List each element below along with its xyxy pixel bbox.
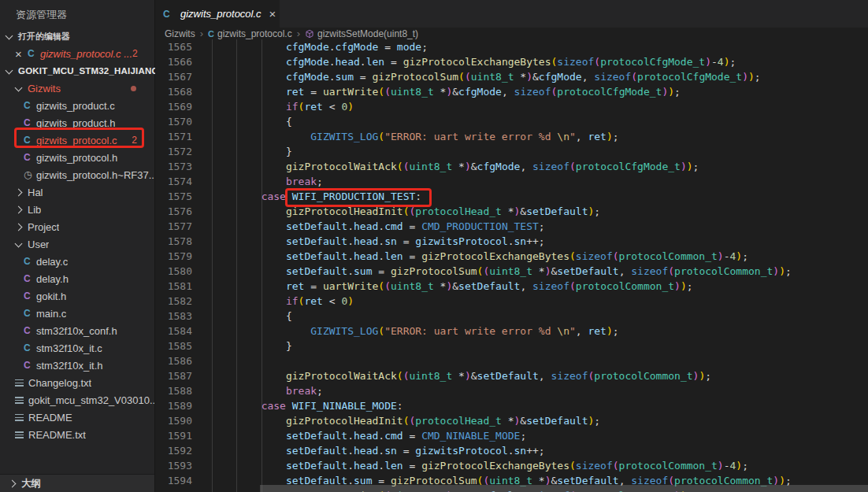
breadcrumb-item-gizwits[interactable]: Gizwits (165, 28, 195, 39)
code-token: setDefault (286, 460, 347, 472)
tree-item-gokit-mcu-stm32-v03010[interactable]: gokit_mcu_stm32_V03010... (0, 391, 154, 409)
breadcrumb-item-gizwits-protocol-c[interactable]: gizwits_protocol.c (217, 28, 292, 39)
tree-item-changelog-txt[interactable]: Changelog.txt (0, 374, 154, 391)
tree-item-label: Project (28, 221, 59, 233)
code-line-1576[interactable]: gizProtocolHeadInit((protocolHead_t *)&s… (212, 204, 792, 219)
tree-item-label: stm32f10x_it.h (36, 360, 103, 372)
tree-item-gokit-h[interactable]: Cgokit.h (0, 287, 154, 305)
code-token (212, 86, 286, 98)
code-line-1582[interactable]: if(ret < 0) (212, 294, 792, 309)
code-line-1577[interactable]: setDefault.head.cmd = CMD_PRODUCTION_TES… (212, 219, 792, 234)
horizontal-scrollbar[interactable] (260, 485, 868, 492)
h-file-icon: C (24, 273, 36, 284)
code-line-1565[interactable]: cfgMode.cfgMode = mode; (212, 39, 792, 54)
tree-item-delay-c[interactable]: Cdelay.c (0, 253, 154, 270)
code-token: protocolCfgMode_t (600, 56, 705, 68)
code-token (212, 265, 286, 277)
open-editors-header[interactable]: 打开的编辑器 (0, 28, 154, 45)
code-token: protocolCommon_t (674, 265, 773, 277)
tree-folder-gizwits[interactable]: Gizwits (0, 80, 154, 97)
code-token: GIZWITS_LOG (310, 131, 378, 142)
code-line-1578[interactable]: setDefault.head.sn = gizwitsProtocol.sn+… (212, 234, 792, 249)
tree-item-stm32f10x-it-c[interactable]: Cstm32f10x_it.c (0, 339, 154, 357)
code-token: ; (730, 56, 736, 68)
tree-item-gizwits-product-h[interactable]: Cgizwits_product.h (0, 114, 154, 131)
code-token: gizwitsProtocol (415, 445, 507, 457)
line-number: 1567 (155, 69, 192, 84)
code-token: ; (785, 265, 792, 277)
code-line-1586[interactable] (212, 353, 792, 368)
tree-item-gizwits-product-c[interactable]: Cgizwits_product.c (0, 97, 154, 114)
code-line-1593[interactable]: setDefault.head.len = gizProtocolExchang… (212, 458, 792, 473)
code-token: uartWrite (323, 280, 378, 292)
c-file-icon: C (24, 342, 36, 353)
close-icon[interactable]: × (269, 7, 276, 20)
code-token: = (403, 250, 421, 262)
code-token: setDefault (477, 370, 539, 382)
code-line-1590[interactable]: gizProtocolHeadInit((protocolHead_t *)&s… (212, 413, 792, 428)
open-editor-item[interactable]: × C gizwits_protocol.c ... 2 (0, 45, 154, 62)
tree-item-readme-txt[interactable]: README.txt (0, 426, 154, 443)
code-editor[interactable]: 1565156615671568156915701571157215731574… (155, 39, 868, 492)
code-line-1567[interactable]: cfgMode.sum = gizProtocolSum((uint8_t *)… (212, 69, 792, 84)
outline-header[interactable]: 大纲 (0, 474, 154, 492)
code-token: sizeof (532, 280, 569, 292)
tree-item-gizwits-protocol-h[interactable]: Cgizwits_protocol.h (0, 149, 154, 166)
code-token: case (262, 191, 286, 202)
tree-folder-hal[interactable]: Hal (0, 183, 154, 201)
code-line-1585[interactable]: } (212, 338, 792, 353)
explorer-sidebar: 资源管理器 打开的编辑器 × C gizwits_protocol.c ... … (0, 0, 155, 492)
code-line-1589[interactable]: case WIFI_NINABLE_MODE: (212, 398, 792, 413)
code-line-1570[interactable]: { (212, 114, 792, 129)
code-token: * (502, 415, 514, 427)
breadcrumb-item-gizwitssetmode-uint8-t[interactable]: gizwitsSetMode(uint8_t) (317, 28, 418, 39)
tree-folder-lib[interactable]: Lib (0, 201, 154, 218)
close-icon[interactable]: × (15, 47, 28, 61)
code-line-1574[interactable]: break; (212, 174, 792, 189)
code-token: uartWrite (323, 86, 378, 98)
line-number: 1592 (155, 443, 192, 458)
code-line-1580[interactable]: setDefault.sum = gizProtocolSum((uint8_t… (212, 264, 792, 279)
code-line-1572[interactable]: } (212, 144, 792, 159)
tree-item-stm32f10x-it-h[interactable]: Cstm32f10x_it.h (0, 357, 154, 374)
code-token: gizProtocolSum (373, 71, 459, 83)
code-line-1584[interactable]: GIZWITS_LOG("ERROR: uart write error %d … (212, 324, 792, 338)
workspace-root-header[interactable]: GOKIT_MCU_STM32_HAIJIANG (0, 62, 154, 80)
tree-item-gizwits-protocol-c[interactable]: Cgizwits_protocol.c2 (0, 131, 154, 149)
tree-item-readme[interactable]: README (0, 409, 154, 426)
code-line-1575[interactable]: case WIFI_PRODUCTION_TEST: (212, 189, 792, 204)
breadcrumb[interactable]: Gizwits›Cgizwits_protocol.c›gizwitsSetMo… (155, 28, 868, 39)
code-line-1568[interactable]: ret = uartWrite((uint8_t *)&cfgMode, siz… (212, 84, 792, 99)
tree-item-delay-h[interactable]: Cdelay.h (0, 270, 154, 287)
chevron-right-icon (15, 223, 23, 231)
code-token: uint8_t (409, 161, 452, 172)
code-token: ) (668, 86, 674, 98)
code-token: setDefault (286, 445, 347, 457)
code-line-1566[interactable]: cfgMode.head.len = gizProtocolExchangeBy… (212, 54, 792, 69)
code-line-1587[interactable]: gizProtocolWaitAck((uint8_t *)&setDefaul… (212, 368, 792, 383)
code-line-1579[interactable]: setDefault.head.len = gizProtocolExchang… (212, 249, 792, 264)
code-line-1569[interactable]: if(ret < 0) (212, 99, 792, 114)
tree-folder-user[interactable]: User (0, 235, 154, 253)
tree-item-label: gokit_mcu_stm32_V03010... (28, 394, 154, 406)
code-line-1588[interactable]: break; (212, 383, 792, 398)
text-file-icon (15, 397, 24, 404)
tree-item-label: User (28, 239, 49, 250)
code-line-1571[interactable]: GIZWITS_LOG("ERROR: uart write error %d … (212, 129, 792, 144)
tree-item-gizwits-protocol-h-rf37[interactable]: ◷gizwits_protocol.h~RF37... (0, 166, 154, 183)
tree-item-main-c[interactable]: Cmain.c (0, 305, 154, 322)
tree-item-label: gizwits_protocol.h (36, 152, 117, 164)
code-line-1592[interactable]: setDefault.head.sn = gizwitsProtocol.sn+… (212, 443, 792, 458)
code-token: protocolCfgMode_t (576, 161, 681, 172)
code-token: ) (773, 265, 779, 277)
code-line-1573[interactable]: gizProtocolWaitAck((uint8_t *)&cfgMode, … (212, 159, 792, 174)
tree-folder-project[interactable]: Project (0, 218, 154, 235)
tree-item-label: Hal (28, 187, 43, 198)
code-token: ( (569, 161, 576, 172)
code-line-1583[interactable]: { (212, 309, 792, 324)
tab-gizwits-protocol-c[interactable]: C gizwits_protocol.c × (155, 0, 280, 28)
code-line-1591[interactable]: setDefault.head.cmd = CMD_NINABLE_MODE; (212, 428, 792, 443)
code-line-1581[interactable]: ret = uartWrite((uint8_t *)&setDefault, … (212, 279, 792, 294)
code-token: break (286, 385, 317, 397)
tree-item-stm32f10x-conf-h[interactable]: Cstm32f10x_conf.h (0, 322, 154, 339)
